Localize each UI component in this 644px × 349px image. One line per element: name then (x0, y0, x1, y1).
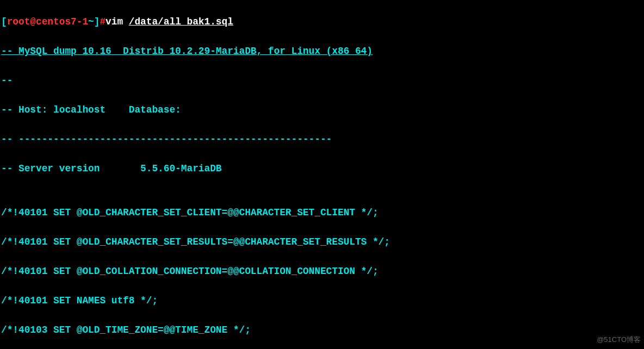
file-line: -- Host: localhost Database: (1, 103, 643, 117)
file-line: -- Server version 5.5.60-MariaDB (1, 161, 643, 176)
prompt-path: ~ (88, 16, 94, 27)
sql-header-line: -- MySQL dump 10.16 Distrib 10.2.29-Mari… (1, 44, 643, 59)
prompt-open-bracket: [ (1, 16, 7, 27)
terminal-output[interactable]: [root@centos7-1~]#vim /data/all_bak1.sql… (0, 0, 644, 349)
file-line: /*!40101 SET @OLD_CHARACTER_SET_RESULTS=… (1, 235, 643, 250)
prompt-close-bracket: ] (94, 16, 100, 27)
file-line: /*!40101 SET @OLD_CHARACTER_SET_CLIENT=@… (1, 205, 643, 220)
file-line: -- -------------------------------------… (1, 132, 643, 147)
file-line: /*!40101 SET @OLD_COLLATION_CONNECTION=@… (1, 264, 643, 279)
cmd-editor: vim (106, 16, 129, 27)
cmd-file-path: /data/all_bak1.sql (129, 16, 233, 27)
prompt-hash: # (100, 16, 106, 27)
file-line: /*!40101 SET NAMES utf8 */; (1, 294, 643, 308)
command-line: [root@centos7-1~]#vim /data/all_bak1.sql (1, 15, 643, 29)
file-line: -- (1, 73, 643, 88)
watermark-text: @51CTO博客 (597, 332, 641, 347)
prompt-user-host: root@centos7-1 (7, 16, 88, 27)
file-line: /*!40103 SET @OLD_TIME_ZONE=@@TIME_ZONE … (1, 323, 643, 338)
